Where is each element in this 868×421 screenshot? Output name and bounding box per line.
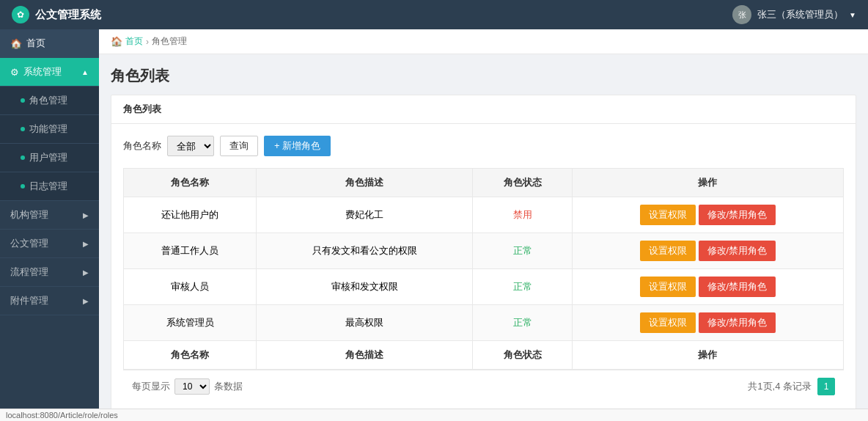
cell-status-3: 正常 <box>473 305 572 341</box>
user-dropdown-arrow[interactable]: ▼ <box>849 11 856 19</box>
cell-name-3: 系统管理员 <box>124 305 257 341</box>
footer-left: 每页显示 10 20 50 条数据 <box>132 378 243 395</box>
edit-btn-1[interactable]: 修改/禁用角色 <box>699 241 776 261</box>
app-title: 公文管理系统 <box>35 8 101 22</box>
logo-area: ✿ 公文管理系统 <box>12 6 101 23</box>
sidebar-item-log[interactable]: 日志管理 <box>0 172 99 201</box>
main-card: 角色列表 角色名称 全部 查询 + 新增角色 <box>111 95 856 409</box>
cell-status-0: 禁用 <box>473 197 572 233</box>
top-header: ✿ 公文管理系统 张 张三（系统管理员） ▼ <box>0 0 868 29</box>
sidebar-item-org[interactable]: 机构管理 ▶ <box>0 201 99 230</box>
breadcrumb-home-link[interactable]: 首页 <box>125 35 143 48</box>
page-1-button[interactable]: 1 <box>817 378 835 395</box>
status-bar: localhost:8080/Article/role/roles <box>0 409 868 421</box>
dot-icon <box>21 98 25 103</box>
sidebar-label-role: 角色管理 <box>29 94 67 107</box>
table-row: 普通工作人员 只有发文和看公文的权限 正常 设置权限 修改/禁用角色 <box>124 233 844 269</box>
breadcrumb-sep: › <box>146 37 149 47</box>
status-url: localhost:8080/Article/role/roles <box>6 411 118 420</box>
role-name-select[interactable]: 全部 <box>167 136 214 156</box>
attach-arrow: ▶ <box>83 297 89 305</box>
sidebar-item-role[interactable]: 角色管理 <box>0 87 99 115</box>
action-btns-3: 设置权限 修改/禁用角色 <box>581 312 834 333</box>
search-button[interactable]: 查询 <box>220 136 258 156</box>
set-permission-btn-0[interactable]: 设置权限 <box>640 205 696 225</box>
cell-name-0: 还让他用户的 <box>124 197 257 233</box>
table-row: 系统管理员 最高权限 正常 设置权限 修改/禁用角色 <box>124 305 844 341</box>
sidebar-label-feature: 功能管理 <box>29 122 67 136</box>
cell-action-0: 设置权限 修改/禁用角色 <box>572 197 843 233</box>
sidebar-item-flow[interactable]: 流程管理 ▶ <box>0 258 99 287</box>
action-btns-1: 设置权限 修改/禁用角色 <box>581 241 834 261</box>
sidebar-item-doc[interactable]: 公文管理 ▶ <box>0 230 99 258</box>
rows-label: 条数据 <box>214 380 243 393</box>
system-icon: ⚙ <box>10 67 19 78</box>
edit-btn-0[interactable]: 修改/禁用角色 <box>699 205 776 225</box>
dot-icon-2 <box>21 127 25 131</box>
table-row: 还让他用户的 费妃化工 禁用 设置权限 修改/禁用角色 <box>124 197 844 233</box>
cell-action-1: 设置权限 修改/禁用角色 <box>572 233 843 269</box>
action-btns-2: 设置权限 修改/禁用角色 <box>581 277 834 297</box>
avatar-char: 张 <box>738 10 746 21</box>
user-area[interactable]: 张 张三（系统管理员） ▼ <box>732 5 856 24</box>
flow-arrow: ▶ <box>83 268 89 277</box>
footer-right: 共1页,4 条记录 1 <box>748 378 835 395</box>
foot-col-desc: 角色描述 <box>257 341 473 370</box>
sidebar: 🏠 首页 ⚙ 系统管理 ▲ 角色管理 功能管理 <box>0 29 99 409</box>
page-title: 角色列表 <box>111 66 856 86</box>
set-permission-btn-2[interactable]: 设置权限 <box>640 277 696 297</box>
foot-col-action: 操作 <box>572 341 843 370</box>
user-name: 张三（系统管理员） <box>757 8 843 21</box>
home-icon: 🏠 <box>10 38 22 49</box>
logo-char: ✿ <box>17 10 24 20</box>
cell-desc-3: 最高权限 <box>257 305 473 341</box>
new-role-button[interactable]: + 新增角色 <box>264 136 331 156</box>
cell-name-1: 普通工作人员 <box>124 233 257 269</box>
sidebar-item-system[interactable]: ⚙ 系统管理 ▲ <box>0 58 99 87</box>
org-arrow: ▶ <box>83 211 89 219</box>
breadcrumb-home-icon: 🏠 <box>111 36 122 47</box>
page-content: 角色列表 角色列表 角色名称 全部 查询 + 新增角色 <box>99 54 868 409</box>
cell-desc-2: 审核和发文权限 <box>257 269 473 305</box>
table-footer: 每页显示 10 20 50 条数据 共1页,4 条记录 1 <box>123 370 844 403</box>
set-permission-btn-3[interactable]: 设置权限 <box>640 312 696 333</box>
set-permission-btn-1[interactable]: 设置权限 <box>640 241 696 261</box>
sidebar-item-user[interactable]: 用户管理 <box>0 144 99 172</box>
edit-btn-3[interactable]: 修改/禁用角色 <box>699 312 776 333</box>
role-table: 角色名称 角色描述 角色状态 操作 还让他用户的 费妃化工 禁用 设置权限 修改… <box>123 168 844 370</box>
system-arrow: ▲ <box>81 68 89 76</box>
per-page-label: 每页显示 <box>132 380 170 393</box>
logo-icon: ✿ <box>12 6 29 23</box>
cell-desc-1: 只有发文和看公文的权限 <box>257 233 473 269</box>
cell-desc-0: 费妃化工 <box>257 197 473 233</box>
sidebar-label-home: 首页 <box>26 37 45 50</box>
edit-btn-2[interactable]: 修改/禁用角色 <box>699 277 776 297</box>
sidebar-item-feature[interactable]: 功能管理 <box>0 115 99 144</box>
sidebar-label-log: 日志管理 <box>29 180 67 193</box>
col-header-desc: 角色描述 <box>257 169 473 197</box>
sidebar-label-org: 机构管理 <box>10 208 48 222</box>
sidebar-label-doc: 公文管理 <box>10 237 48 250</box>
search-bar: 角色名称 全部 查询 + 新增角色 <box>123 136 844 156</box>
doc-arrow: ▶ <box>83 240 89 248</box>
total-text: 共1页,4 条记录 <box>748 380 812 393</box>
cell-status-2: 正常 <box>473 269 572 305</box>
sidebar-item-home[interactable]: 🏠 首页 <box>0 29 99 58</box>
cell-name-2: 审核人员 <box>124 269 257 305</box>
card-body: 角色名称 全部 查询 + 新增角色 角色名称 角色描述 <box>111 124 856 409</box>
sidebar-item-attach[interactable]: 附件管理 ▶ <box>0 287 99 315</box>
breadcrumb: 🏠 首页 › 角色管理 <box>99 29 868 54</box>
foot-col-name: 角色名称 <box>124 341 257 370</box>
col-header-name: 角色名称 <box>124 169 257 197</box>
foot-col-status: 角色状态 <box>473 341 572 370</box>
table-row: 审核人员 审核和发文权限 正常 设置权限 修改/禁用角色 <box>124 269 844 305</box>
action-btns-0: 设置权限 修改/禁用角色 <box>581 205 834 225</box>
card-header: 角色列表 <box>111 95 856 124</box>
table-footer-header-row: 角色名称 角色描述 角色状态 操作 <box>124 341 844 370</box>
per-page-select[interactable]: 10 20 50 <box>174 378 210 395</box>
sidebar-label-system: 系统管理 <box>23 65 62 78</box>
sidebar-label-attach: 附件管理 <box>10 294 48 307</box>
avatar: 张 <box>732 5 751 24</box>
main-layout: 🏠 首页 ⚙ 系统管理 ▲ 角色管理 功能管理 <box>0 29 868 409</box>
sidebar-label-flow: 流程管理 <box>10 266 48 279</box>
